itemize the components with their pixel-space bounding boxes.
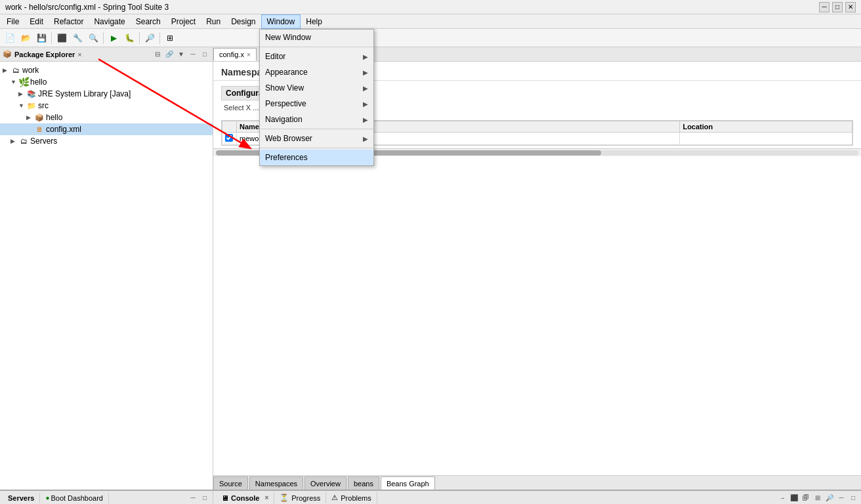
tree-label-servers: Servers — [30, 136, 57, 146]
pkg-maximize-button[interactable]: □ — [200, 49, 210, 60]
appearance-label: Appearance — [265, 68, 308, 77]
menu-project[interactable]: Project — [166, 14, 201, 29]
tab-progress[interactable]: ⏳ Progress — [274, 492, 326, 503]
pkg-minimize-button[interactable]: ─ — [188, 49, 198, 60]
menu-search[interactable]: Search — [131, 14, 166, 29]
close-button[interactable]: ✕ — [845, 2, 856, 12]
tree-item-hello-pkg[interactable]: ▶ 📦 hello — [0, 112, 213, 123]
tree-label-src: src — [38, 101, 49, 110]
title-bar: work - hello/src/config.xml - Spring Too… — [0, 0, 861, 14]
menu-window[interactable]: Window — [261, 14, 301, 29]
link-with-editor-button[interactable]: 🔗 — [164, 49, 175, 60]
tree-item-src[interactable]: ▼ 📁 src — [0, 100, 213, 112]
table-cell-checkbox[interactable] — [222, 133, 237, 145]
title-bar-text: work - hello/src/config.xml - Spring Too… — [5, 3, 169, 12]
console-minimize-btn[interactable]: ─ — [836, 493, 847, 503]
menu-refactor[interactable]: Refactor — [49, 14, 89, 29]
console-btn-2[interactable]: ⬛ — [789, 493, 799, 503]
console-btn-4[interactable]: ⊞ — [812, 493, 823, 503]
menu-bar: File Edit Refactor Navigate Search Proje… — [0, 14, 861, 29]
tab-overview[interactable]: Overview — [304, 476, 346, 490]
tab-source[interactable]: Source — [213, 476, 248, 490]
toolbar-sep-4 — [159, 32, 160, 44]
toolbar-new[interactable]: 📄 — [3, 31, 17, 45]
menu-item-web-browser[interactable]: Web Browser ▶ — [260, 131, 373, 146]
menu-navigate[interactable]: Navigate — [89, 14, 130, 29]
console-maximize-btn[interactable]: □ — [848, 493, 858, 503]
tree-item-hello[interactable]: ▼ 🌿 hello — [0, 76, 213, 88]
menu-item-preferences[interactable]: Preferences — [260, 150, 373, 165]
tab-boot-dashboard[interactable]: ● Boot Dashboard — [40, 493, 109, 503]
tree-label-hello: hello — [30, 77, 47, 87]
tab-servers[interactable]: Servers — [3, 493, 40, 503]
menu-item-navigation[interactable]: Navigation ▶ — [260, 112, 373, 127]
package-explorer-close-icon[interactable]: × — [77, 51, 81, 58]
tab-beans[interactable]: beans — [348, 476, 379, 490]
bottom-panel: Servers ● Boot Dashboard ─ □ ▶ 🐛 ⬛ 🔄 ● — [0, 490, 861, 504]
work-icon: 🗂 — [10, 65, 21, 75]
toolbar-sep-2 — [103, 32, 104, 44]
servers-maximize-button[interactable]: □ — [200, 493, 210, 503]
editor-tab-close-icon[interactable]: × — [247, 51, 251, 58]
dropdown-separator-3 — [260, 148, 373, 148]
toolbar-btn-2[interactable]: 🔧 — [70, 31, 85, 45]
pkg-view-menu-button[interactable]: ▼ — [176, 49, 186, 60]
console-btn-1[interactable]: → — [777, 493, 788, 503]
servers-tree-icon: 🗂 — [18, 136, 29, 146]
servers-toolbar: ─ □ — [188, 493, 210, 503]
col-header-checkbox — [222, 121, 237, 133]
new-window-label: New Window — [265, 33, 311, 42]
tree-arrow-hello-pkg: ▶ — [26, 114, 34, 121]
menu-item-show-view[interactable]: Show View ▶ — [260, 80, 373, 96]
collapse-all-button[interactable]: ⊟ — [152, 49, 163, 60]
main-layout: 📦 Package Explorer × ⊟ 🔗 ▼ ─ □ ▶ 🗂 work — [0, 47, 861, 490]
menu-item-appearance[interactable]: Appearance ▶ — [260, 64, 373, 80]
menu-item-perspective[interactable]: Perspective ▶ — [260, 96, 373, 112]
toolbar-perspective[interactable]: ⊞ — [163, 31, 177, 45]
menu-item-new-window[interactable]: New Window — [260, 30, 373, 45]
editor-tab-config[interactable]: config.x × — [213, 48, 257, 61]
toolbar-search[interactable]: 🔎 — [142, 31, 157, 45]
tree-item-work[interactable]: ▶ 🗂 work — [0, 64, 213, 76]
console-tab-close-icon[interactable]: × — [264, 494, 268, 501]
problems-label: Problems — [341, 494, 371, 502]
maximize-button[interactable]: □ — [832, 2, 843, 12]
tab-namespaces[interactable]: Namespaces — [249, 476, 303, 490]
show-view-arrow-icon: ▶ — [363, 85, 368, 92]
servers-minimize-button[interactable]: ─ — [188, 493, 198, 503]
preferences-label: Preferences — [265, 153, 308, 162]
namespace-checkbox[interactable] — [225, 134, 233, 142]
toolbar-run[interactable]: ▶ — [106, 31, 121, 45]
menu-item-editor[interactable]: Editor ▶ — [260, 49, 373, 64]
toolbar-save[interactable]: 💾 — [34, 31, 49, 45]
console-toolbar: → ⬛ 🗐 ⊞ 🔎 ─ □ — [777, 493, 858, 503]
tree-item-jre[interactable]: ▶ 📚 JRE System Library [Java] — [0, 88, 213, 100]
tab-console[interactable]: 🖥 Console × — [216, 492, 274, 503]
tab-beans-graph[interactable]: Beans Graph — [381, 476, 435, 490]
menu-edit[interactable]: Edit — [24, 14, 49, 29]
tree-item-servers[interactable]: ▶ 🗂 Servers — [0, 135, 213, 147]
menu-file[interactable]: File — [1, 14, 24, 29]
left-panel: 📦 Package Explorer × ⊟ 🔗 ▼ ─ □ ▶ 🗂 work — [0, 47, 213, 490]
minimize-button[interactable]: ─ — [819, 2, 830, 12]
problems-icon: ⚠ — [331, 494, 338, 502]
tree-label-jre: JRE System Library [Java] — [38, 89, 131, 98]
toolbar-btn-1[interactable]: ⬛ — [54, 31, 69, 45]
perspective-arrow-icon: ▶ — [363, 100, 368, 108]
tab-problems[interactable]: ⚠ Problems — [326, 492, 377, 503]
menu-help[interactable]: Help — [301, 14, 327, 29]
toolbar-debug[interactable]: 🐛 — [122, 31, 136, 45]
editor-label: Editor — [265, 52, 285, 61]
menu-design[interactable]: Design — [226, 14, 261, 29]
tree-item-config-xml[interactable]: ▶ 🗎 config.xml — [0, 123, 213, 135]
editor-arrow-icon: ▶ — [363, 53, 368, 60]
console-btn-5[interactable]: 🔎 — [824, 493, 835, 503]
console-tabs: 🖥 Console × ⏳ Progress ⚠ Problems — [216, 492, 377, 503]
editor-bottom-tabs: Source Namespaces Overview beans Beans G… — [213, 475, 861, 490]
console-btn-3[interactable]: 🗐 — [801, 493, 811, 503]
toolbar-open[interactable]: 📂 — [18, 31, 33, 45]
menu-run[interactable]: Run — [201, 14, 226, 29]
toolbar-btn-3[interactable]: 🔍 — [86, 31, 100, 45]
package-explorer-header: 📦 Package Explorer × ⊟ 🔗 ▼ ─ □ — [0, 47, 213, 62]
progress-label: Progress — [291, 494, 320, 502]
